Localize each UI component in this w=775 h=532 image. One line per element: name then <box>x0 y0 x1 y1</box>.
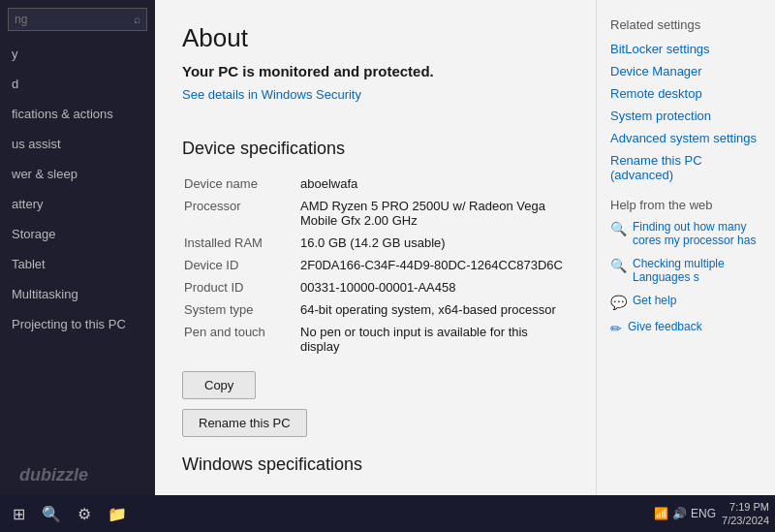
sidebar-item-battery[interactable]: attery <box>0 189 155 219</box>
taskbar-left: ⊞ 🔍 ⚙ 📁 <box>6 501 130 526</box>
settings-button[interactable]: ⚙ <box>72 501 97 526</box>
taskbar-time-value: 7:19 PM <box>722 500 769 514</box>
lang-label: ENG <box>691 507 716 520</box>
sidebar-item-multitasking[interactable]: Multitasking <box>0 279 155 309</box>
sidebar: ⌕ y d fications & actions us assist wer … <box>0 0 155 495</box>
spec-value: 2F0DA166-C34F-44D9-80DC-1264CC873D6C <box>298 254 569 276</box>
related-settings-title: Related settings <box>610 17 761 32</box>
right-panel: Related settings BitLocker settings Devi… <box>596 0 775 495</box>
search-button[interactable]: 🔍 <box>39 501 64 526</box>
protection-status: Your PC is monitored and protected. <box>182 63 569 79</box>
spec-value: 00331-10000-00001-AA458 <box>298 276 569 298</box>
spec-value: aboelwafa <box>298 172 569 195</box>
get-help-item: 💬 Get help <box>610 294 761 310</box>
sidebar-item-assist[interactable]: us assist <box>0 129 155 159</box>
spec-label: Device ID <box>182 254 298 276</box>
table-row: Installed RAM 16.0 GB (14.2 GB usable) <box>182 232 569 254</box>
sidebar-item-projecting[interactable]: Projecting to this PC <box>0 309 155 339</box>
system-protection-link[interactable]: System protection <box>610 109 761 123</box>
sidebar-item-storage[interactable]: Storage <box>0 219 155 249</box>
file-explorer-button[interactable]: 📁 <box>105 501 130 526</box>
table-row: System type 64-bit operating system, x64… <box>182 298 569 321</box>
search-icon: 🔍 <box>610 258 627 273</box>
help-item-0: 🔍 Finding out how many cores my processo… <box>610 220 761 247</box>
sidebar-item-power[interactable]: wer & sleep <box>0 159 155 189</box>
feedback-icon: ✏ <box>610 321 622 336</box>
sidebar-item-d[interactable]: d <box>0 69 155 99</box>
spec-value: 16.0 GB (14.2 GB usable) <box>298 232 569 254</box>
search-icon: ⌕ <box>134 13 140 26</box>
help-link-1[interactable]: Checking multiple Languages s <box>633 257 761 284</box>
rename-pc-advanced-link[interactable]: Rename this PC (advanced) <box>610 153 761 182</box>
windows-section-title: Windows specifications <box>182 454 569 475</box>
sidebar-item-y[interactable]: y <box>0 39 155 69</box>
help-link-0[interactable]: Finding out how many cores my processor … <box>633 220 761 247</box>
spec-label: Product ID <box>182 276 298 298</box>
page-title: About <box>182 23 569 53</box>
spec-label: Edition <box>182 488 298 495</box>
spec-label: Installed RAM <box>182 232 298 254</box>
table-row: Product ID 00331-10000-00001-AA458 <box>182 276 569 298</box>
table-row: Edition Windows 10 Pro <box>182 488 569 495</box>
spec-value: No pen or touch input is available for t… <box>298 321 569 358</box>
taskbar: ⊞ 🔍 ⚙ 📁 📶 🔊 ENG 7:19 PM 7/23/2024 <box>0 495 775 532</box>
sidebar-search[interactable]: ⌕ <box>8 8 147 31</box>
windows-specs-table: Edition Windows 10 Pro Version 20H2 Inst… <box>182 488 569 495</box>
taskbar-right: 📶 🔊 ENG 7:19 PM 7/23/2024 <box>654 500 769 528</box>
help-title: Help from the web <box>610 198 761 212</box>
table-row: Device name aboelwafa <box>182 172 569 195</box>
search-input[interactable] <box>15 13 130 26</box>
network-icon: 📶 <box>654 507 668 520</box>
get-help-link[interactable]: Get help <box>633 294 676 307</box>
table-row: Pen and touch No pen or touch input is a… <box>182 321 569 358</box>
help-item-1: 🔍 Checking multiple Languages s <box>610 257 761 284</box>
bitlocker-link[interactable]: BitLocker settings <box>610 42 761 56</box>
spec-label: Device name <box>182 172 298 195</box>
taskbar-date-value: 7/23/2024 <box>722 514 769 527</box>
search-icon: 🔍 <box>610 221 627 236</box>
sidebar-item-tablet[interactable]: Tablet <box>0 249 155 279</box>
remote-desktop-link[interactable]: Remote desktop <box>610 86 761 101</box>
device-manager-link[interactable]: Device Manager <box>610 64 761 78</box>
table-row: Processor AMD Ryzen 5 PRO 2500U w/ Radeo… <box>182 195 569 232</box>
spec-label: Pen and touch <box>182 321 298 358</box>
copy-button[interactable]: Copy <box>182 371 256 399</box>
table-row: Device ID 2F0DA166-C34F-44D9-80DC-1264CC… <box>182 254 569 276</box>
help-icon: 💬 <box>610 295 627 310</box>
device-section-title: Device specifications <box>182 139 569 159</box>
security-link[interactable]: See details in Windows Security <box>182 87 361 102</box>
rename-pc-button[interactable]: Rename this PC <box>182 409 307 437</box>
device-specs-table: Device name aboelwafa Processor AMD Ryze… <box>182 172 569 358</box>
main-content: About Your PC is monitored and protected… <box>155 0 596 495</box>
spec-label: System type <box>182 298 298 321</box>
taskbar-clock: 7:19 PM 7/23/2024 <box>722 500 769 528</box>
advanced-system-link[interactable]: Advanced system settings <box>610 131 761 145</box>
spec-value: AMD Ryzen 5 PRO 2500U w/ Radeon Vega Mob… <box>298 195 569 232</box>
spec-value: 64-bit operating system, x64-based proce… <box>298 298 569 321</box>
volume-icon: 🔊 <box>672 507 687 520</box>
sidebar-item-fications[interactable]: fications & actions <box>0 99 155 129</box>
start-button[interactable]: ⊞ <box>6 501 31 526</box>
taskbar-system-icons: 📶 🔊 ENG <box>654 507 716 520</box>
feedback-item: ✏ Give feedback <box>610 320 761 336</box>
feedback-link[interactable]: Give feedback <box>628 320 702 333</box>
spec-value: Windows 10 Pro <box>298 488 569 495</box>
spec-label: Processor <box>182 195 298 232</box>
